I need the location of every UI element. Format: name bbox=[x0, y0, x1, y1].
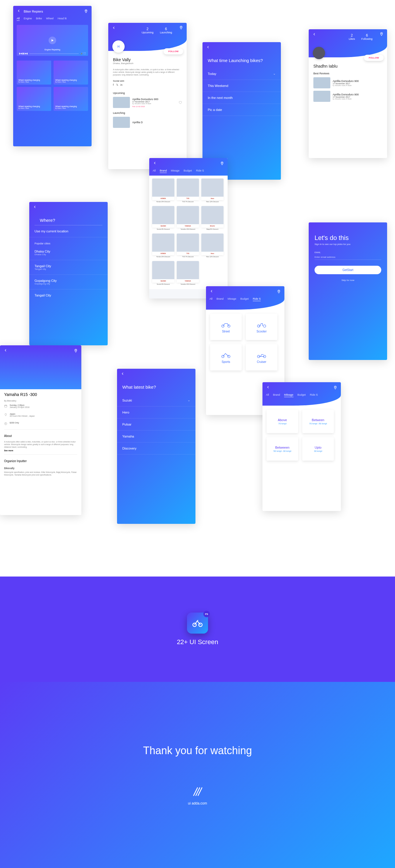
tab-all[interactable]: All bbox=[266, 393, 269, 397]
option-discovery[interactable]: Discovery bbox=[117, 442, 195, 455]
brand-card[interactable]: Hero bbox=[201, 234, 223, 255]
back-icon[interactable] bbox=[3, 348, 8, 353]
tab-wheel[interactable]: Wheel bbox=[46, 17, 54, 21]
back-icon[interactable] bbox=[210, 289, 214, 294]
option-date[interactable]: Pic a date bbox=[203, 104, 281, 116]
option-hero[interactable]: Hero bbox=[117, 406, 195, 418]
back-icon[interactable] bbox=[312, 32, 316, 37]
linkedin-icon[interactable]: in bbox=[121, 84, 123, 86]
brand-card[interactable]: TVS bbox=[177, 179, 199, 200]
option-weekend[interactable]: This Weekend bbox=[203, 80, 281, 92]
tab-all[interactable]: All bbox=[210, 297, 212, 301]
tab-brand[interactable]: Brand bbox=[273, 393, 280, 397]
location-icon[interactable] bbox=[333, 386, 337, 390]
tab-brand[interactable]: Brand bbox=[160, 169, 167, 173]
tab-brand[interactable]: Brand bbox=[216, 297, 223, 301]
mileage-card[interactable]: Upto30 kmpl bbox=[302, 437, 334, 461]
svg-point-8 bbox=[263, 324, 266, 327]
tab-all[interactable]: All bbox=[17, 17, 20, 21]
location-icon[interactable] bbox=[220, 161, 224, 166]
back-icon[interactable] bbox=[17, 9, 21, 14]
tab-engine[interactable]: Engine bbox=[24, 17, 32, 21]
city-item[interactable]: Tangail City bbox=[29, 289, 108, 301]
twitter-icon[interactable]: 𝕏 bbox=[116, 84, 118, 86]
video-thumb[interactable]: Wheel repairing changingBy Robb J Stark bbox=[54, 61, 88, 85]
bike-row[interactable]: Aprillia Dorsoduro 90017 November 2017by… bbox=[309, 76, 387, 90]
progress-bar[interactable] bbox=[30, 54, 79, 54]
tab-headlight[interactable]: Head lit bbox=[58, 17, 67, 21]
tab-budget[interactable]: Budget bbox=[298, 393, 306, 397]
back-icon[interactable] bbox=[121, 372, 125, 377]
tab-budget[interactable]: Budget bbox=[184, 169, 192, 173]
city-item[interactable]: Gopalgong CityGopalgong city bbox=[29, 275, 108, 289]
back-icon[interactable] bbox=[266, 385, 270, 391]
tab-mileage[interactable]: Mieage bbox=[227, 297, 236, 301]
ride-card-scooter[interactable]: Scooter bbox=[246, 314, 277, 340]
bike-by: by Shadhin Iablu R Bath bbox=[333, 98, 359, 100]
controls-left[interactable]: ▮◀ ▮▮ ▶▮ bbox=[19, 52, 28, 55]
mileage-card[interactable]: Betweeen50 kmpl -30 kmpl bbox=[267, 437, 298, 461]
email-input[interactable]: Enter email address bbox=[314, 255, 381, 260]
tab-mileage[interactable]: Mileage bbox=[284, 393, 294, 397]
option-suzuki[interactable]: Suzuki⌄ bbox=[117, 394, 195, 406]
back-icon[interactable] bbox=[153, 161, 157, 166]
tab-budget[interactable]: Budget bbox=[241, 297, 249, 301]
option-month[interactable]: In the next month bbox=[203, 92, 281, 104]
video-thumb[interactable]: Wheel repairing changingBy Robb J Stark bbox=[54, 87, 88, 111]
location-icon[interactable] bbox=[179, 26, 183, 30]
option-today[interactable]: Today⌄ bbox=[203, 68, 281, 80]
tab-brike[interactable]: Brike bbox=[36, 17, 42, 21]
location-icon[interactable] bbox=[84, 9, 88, 13]
play-icon[interactable] bbox=[49, 37, 56, 44]
location-icon[interactable] bbox=[379, 32, 384, 36]
city-item[interactable]: Dhaka CityDhaka City bbox=[29, 246, 108, 260]
question: What time Launching bikes? bbox=[203, 53, 281, 68]
tab-ride[interactable]: Ride S bbox=[196, 169, 204, 173]
skip-link[interactable]: Skip for now bbox=[309, 279, 387, 282]
brand-card[interactable]: SUZUKI bbox=[152, 206, 174, 228]
ride-card-sports[interactable]: Sports bbox=[210, 344, 242, 371]
video-player[interactable]: Engine Repairing ▮◀ ▮▮ ▶▮ 🔊 ⛶ bbox=[17, 25, 88, 56]
tab-ride[interactable]: Ride S bbox=[253, 297, 261, 301]
brand-card[interactable]: TVS bbox=[177, 234, 199, 255]
brand-url[interactable]: ui adda.com bbox=[188, 801, 207, 805]
tab-all[interactable]: All bbox=[153, 169, 156, 173]
brand-card[interactable]: BAJAJ bbox=[201, 206, 223, 228]
brand-card[interactable]: YAMAHA bbox=[177, 206, 199, 228]
option-yamaha[interactable]: Yamaha bbox=[117, 431, 195, 442]
mileage-card[interactable]: Above70 kmpl bbox=[267, 410, 298, 433]
back-icon[interactable] bbox=[112, 26, 116, 31]
avatar[interactable] bbox=[313, 47, 325, 59]
back-icon[interactable] bbox=[33, 205, 37, 210]
tab-mileage[interactable]: Mieage bbox=[171, 169, 180, 173]
brand-card[interactable]: Hero bbox=[201, 179, 223, 200]
getstart-button[interactable]: GetStart bbox=[314, 266, 381, 274]
ride-card-street[interactable]: Street bbox=[210, 314, 242, 340]
tab-ride[interactable]: Ride S bbox=[310, 393, 318, 397]
bike-row[interactable]: Aprillia D bbox=[108, 116, 187, 129]
video-thumb[interactable]: Wheel repairing changingBy Robb J Stark bbox=[17, 61, 51, 85]
bike-row[interactable]: Aprillia Dorsoduro 90017 November 2017by… bbox=[309, 90, 387, 103]
brand-card[interactable]: SUZUKI bbox=[152, 261, 174, 283]
facebook-icon[interactable]: f bbox=[113, 84, 114, 86]
video-thumb[interactable]: Wheel repairing changingBy Robb J Stark bbox=[17, 87, 51, 111]
use-location-button[interactable]: Use my current location bbox=[29, 225, 108, 237]
city-item[interactable]: Tangail CityTangail city bbox=[29, 260, 108, 275]
option-pulsar[interactable]: Pulsar bbox=[117, 418, 195, 431]
bike-thumb bbox=[113, 117, 130, 128]
controls-right[interactable]: 🔊 ⛶ bbox=[81, 52, 86, 55]
brand-card[interactable]: HONDA bbox=[152, 234, 174, 255]
mileage-card[interactable]: Between70 kmpl -50 kmpl bbox=[302, 410, 334, 433]
see-more-link[interactable]: See more bbox=[0, 448, 81, 453]
follow-button[interactable]: FOLLOW bbox=[163, 48, 183, 55]
brand-card[interactable]: HONDA bbox=[152, 179, 174, 200]
location-icon[interactable] bbox=[277, 290, 281, 294]
ride-card-cruiser[interactable]: Cruiser bbox=[246, 344, 277, 371]
back-icon[interactable] bbox=[206, 45, 210, 50]
follow-button[interactable]: FOLLOW bbox=[364, 55, 384, 61]
bike-row[interactable]: Aprillia Dorsoduro 900 17 November 2017 … bbox=[108, 96, 187, 109]
location-icon[interactable] bbox=[74, 349, 78, 353]
avatar[interactable]: H bbox=[112, 40, 125, 53]
heart-icon[interactable] bbox=[179, 101, 182, 104]
brand-card[interactable]: YAMAHA bbox=[177, 261, 199, 283]
